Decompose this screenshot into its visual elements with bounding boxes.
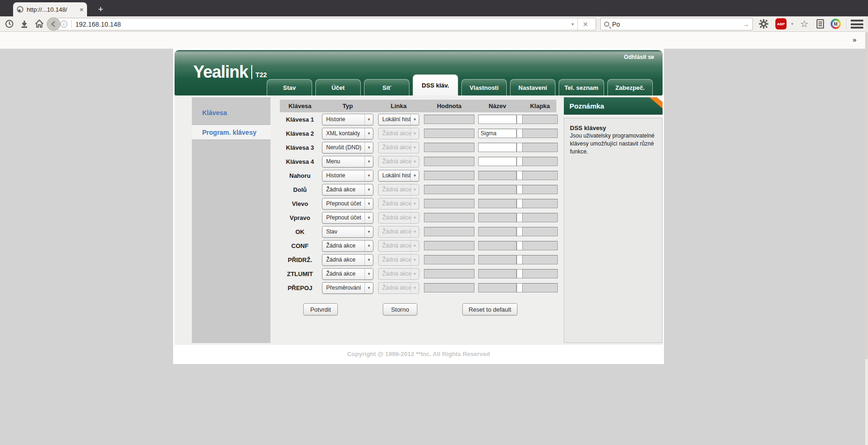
hodnota-input[interactable] (424, 255, 474, 264)
klapka-input[interactable] (522, 185, 558, 194)
klapka-input[interactable] (522, 269, 558, 278)
linka-select[interactable]: Lokální hist▼ (378, 170, 419, 182)
hodnota-input[interactable] (424, 171, 474, 180)
storno-button[interactable]: Storno (383, 303, 417, 315)
nazev-input[interactable] (478, 185, 517, 194)
linka-select[interactable]: Žádná akce▼ (378, 268, 419, 280)
search-input[interactable] (612, 21, 739, 28)
typ-select[interactable]: Žádná akce▼ (322, 268, 373, 280)
klapka-input[interactable] (522, 227, 558, 236)
klapka-input[interactable] (522, 241, 558, 250)
nazev-input[interactable] (478, 199, 517, 208)
linka-select[interactable]: Žádná akce▼ (378, 184, 419, 196)
downloads-icon[interactable] (19, 16, 30, 31)
clipboard-icon[interactable] (814, 16, 826, 31)
klapka-input[interactable] (522, 283, 558, 292)
nazev-input[interactable] (478, 241, 517, 250)
reset-to-default-button[interactable]: Reset to default (462, 303, 518, 315)
linka-select[interactable]: Žádná akce▼ (378, 226, 419, 238)
linka-select[interactable]: Žádná akce▼ (378, 156, 419, 168)
hodnota-input[interactable] (424, 283, 474, 292)
typ-select[interactable]: Žádná akce▼ (322, 254, 373, 266)
tab--et[interactable]: Účet (315, 79, 361, 95)
hodnota-input[interactable] (424, 213, 474, 222)
sidebar-item-program-kl-vesy[interactable]: Program. klávesy (192, 124, 270, 140)
history-icon[interactable] (4, 16, 15, 31)
typ-select[interactable]: Nerušit (DND)▼ (322, 142, 373, 153)
hodnota-input[interactable] (424, 129, 474, 138)
tab-vlastnosti[interactable]: Vlastnosti (461, 79, 507, 95)
typ-select[interactable]: Menu▼ (322, 156, 373, 168)
klapka-input[interactable] (522, 199, 558, 208)
typ-select[interactable]: Historie▼ (322, 170, 373, 182)
back-button[interactable] (47, 17, 60, 31)
klapka-input[interactable] (522, 213, 558, 222)
nazev-input[interactable] (478, 283, 517, 292)
nazev-input[interactable] (478, 115, 517, 124)
nazev-input[interactable] (478, 171, 517, 180)
hodnota-input[interactable] (424, 199, 474, 208)
tab-tel-seznam[interactable]: Tel. seznam (559, 79, 604, 95)
klapka-input[interactable] (522, 157, 558, 166)
tab-zabezpe-[interactable]: Zabezpeč. (607, 79, 653, 95)
nazev-input[interactable] (478, 143, 517, 152)
typ-select[interactable]: Přesměrování▼ (322, 282, 373, 294)
linka-select[interactable]: Žádná akce▼ (378, 240, 419, 252)
overflow-chevron-icon[interactable]: » (853, 36, 856, 44)
browser-tab[interactable]: http://...10.148/ × (13, 2, 87, 16)
tab-close-icon[interactable]: × (80, 6, 83, 13)
stop-icon[interactable]: ✕ (577, 18, 593, 30)
potvrdit-button[interactable]: Potvrdit (303, 303, 338, 315)
linka-select[interactable]: Žádná akce▼ (378, 198, 419, 210)
url-dropdown-icon[interactable]: ▾ (568, 22, 577, 27)
scrollbar-thumb[interactable] (865, 32, 868, 359)
linka-select[interactable]: Žádná akce▼ (378, 254, 419, 266)
tab-stav[interactable]: Stav (267, 79, 312, 95)
typ-select[interactable]: Žádná akce▼ (322, 240, 373, 252)
nazev-input[interactable] (478, 255, 517, 264)
nazev-input[interactable] (478, 129, 517, 138)
hodnota-input[interactable] (424, 227, 474, 236)
typ-select[interactable]: XML kontakty▼ (322, 128, 373, 139)
scrollbar[interactable] (865, 16, 868, 445)
typ-select[interactable]: Historie▼ (322, 114, 373, 125)
typ-select[interactable]: Přepnout účet▼ (322, 198, 373, 210)
linka-select[interactable]: Lokální hist▼ (378, 114, 419, 125)
hodnota-input[interactable] (424, 269, 474, 278)
tab-nastaven-[interactable]: Nastavení (510, 79, 555, 95)
hodnota-input[interactable] (424, 241, 474, 250)
nazev-input[interactable] (478, 269, 517, 278)
sidebar-item-kl-vesa[interactable]: Klávesa (192, 105, 270, 120)
nazev-input[interactable] (478, 157, 517, 166)
adblock-icon[interactable]: ABP (774, 16, 788, 31)
typ-select[interactable]: Přepnout účet▼ (322, 212, 373, 224)
new-tab-button[interactable]: + (94, 3, 108, 15)
bookmark-star-icon[interactable]: ☆ (798, 16, 810, 31)
linka-select[interactable]: Žádná akce▼ (378, 128, 419, 139)
klapka-input[interactable] (522, 115, 558, 124)
klapka-input[interactable] (522, 255, 558, 264)
search-bar[interactable]: → (600, 18, 753, 30)
site-info-icon[interactable]: i (60, 21, 67, 28)
home-icon[interactable] (34, 16, 45, 31)
url-input[interactable] (75, 21, 568, 28)
typ-select[interactable]: Stav▼ (322, 226, 373, 238)
nazev-input[interactable] (478, 213, 517, 222)
hodnota-input[interactable] (424, 143, 474, 152)
hodnota-input[interactable] (424, 185, 474, 194)
klapka-input[interactable] (522, 129, 558, 138)
linka-select[interactable]: Žádná akce▼ (378, 212, 419, 224)
hodnota-input[interactable] (424, 157, 474, 166)
tab-dss-kl-v-[interactable]: DSS kláv. (413, 74, 458, 95)
klapka-input[interactable] (522, 143, 558, 152)
hodnota-input[interactable] (424, 115, 474, 124)
search-go-icon[interactable]: → (742, 20, 749, 28)
gear-icon[interactable] (757, 16, 770, 31)
typ-select[interactable]: Žádná akce▼ (322, 184, 373, 196)
address-bar[interactable]: i ▾ ✕ (57, 18, 596, 30)
tab-s-[interactable]: Síť (364, 79, 409, 95)
linka-select[interactable]: Žádná akce▼ (378, 142, 419, 153)
logout-link[interactable]: Odhlásit se (624, 54, 654, 60)
klapka-input[interactable] (522, 171, 558, 180)
menu-icon[interactable] (851, 20, 863, 29)
